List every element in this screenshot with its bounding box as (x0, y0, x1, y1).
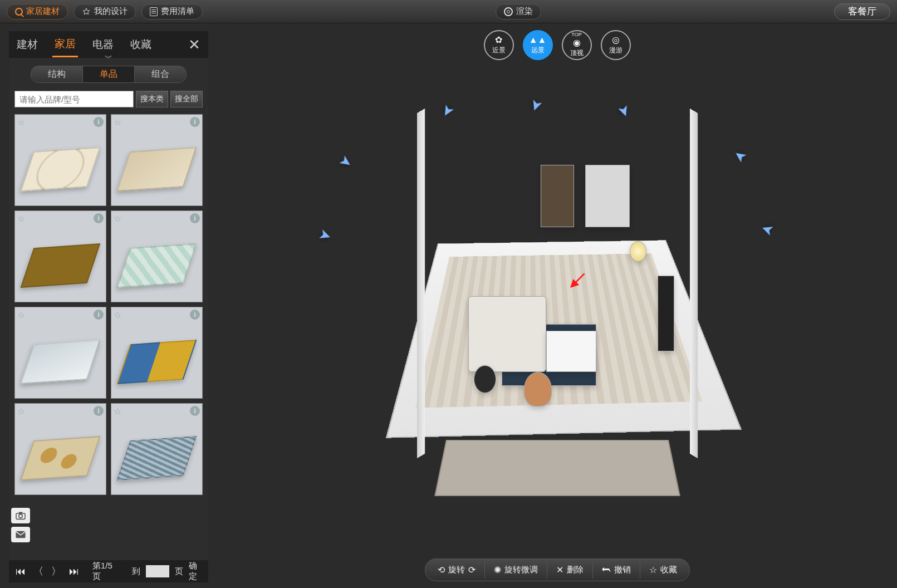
item-card[interactable]: ☆i (14, 307, 106, 399)
rotate-left-icon: ⟲ (438, 565, 445, 575)
item-card[interactable]: ☆i (111, 403, 203, 495)
view-far-label: 远景 (531, 46, 545, 55)
view-top[interactable]: TOP ◉ 顶视 (562, 30, 592, 60)
float-tools (11, 508, 30, 542)
person-icon: ◎ (612, 36, 620, 45)
rotate-fine-button[interactable]: ✺ 旋转微调 (484, 561, 547, 579)
render-icon (504, 7, 513, 16)
search-category-button[interactable]: 搜本类 (136, 91, 168, 107)
pager-next[interactable]: 〉 (50, 565, 62, 578)
pager-input[interactable] (146, 565, 169, 577)
item-card[interactable]: ☆i (14, 114, 106, 206)
info-icon[interactable]: i (190, 213, 200, 223)
star-icon[interactable]: ☆ (114, 117, 121, 128)
svg-point-1 (19, 514, 22, 518)
delete-button[interactable]: ✕ 删除 (547, 561, 592, 579)
undo-label: 撤销 (614, 565, 631, 575)
info-icon[interactable]: i (190, 406, 200, 416)
room-model (418, 144, 697, 489)
eye-icon: ◉ (573, 38, 581, 47)
pager-first[interactable]: ⏮ (14, 566, 27, 577)
search-input[interactable] (14, 91, 134, 107)
camera-arrow-icon: ➤ (437, 101, 458, 121)
top-toolbar: 家居建材 我的设计 费用清单 渲染 客餐厅 (0, 0, 897, 23)
item-card[interactable]: ☆i (14, 210, 106, 302)
favorite-label: 收藏 (660, 565, 677, 575)
undo-icon: ⮪ (602, 565, 611, 575)
view-mode-buttons: ✿ 近景 ▲▲ 远景 TOP ◉ 顶视 ◎ 漫游 (484, 30, 631, 60)
star-icon[interactable]: ☆ (114, 406, 121, 416)
svg-rect-2 (19, 512, 22, 514)
flower-icon: ✿ (495, 36, 502, 45)
star-icon[interactable]: ☆ (17, 213, 25, 224)
search-icon (15, 8, 23, 16)
undo-button[interactable]: ⮪ 撤销 (592, 561, 640, 579)
sidetab-building[interactable]: 建材 (14, 33, 40, 56)
star-icon[interactable]: ☆ (114, 310, 121, 320)
star-icon[interactable]: ☆ (17, 406, 25, 416)
tab-my-designs[interactable]: 我的设计 (73, 4, 136, 19)
view-far[interactable]: ▲▲ 远景 (523, 30, 553, 60)
close-icon: ✕ (556, 565, 563, 575)
viewport-3d[interactable]: ✿ 近景 ▲▲ 远景 TOP ◉ 顶视 ◎ 漫游 ➤ ➤ ➤ ➤ ➤ ➤ ➤ (217, 23, 897, 588)
gear-icon: ✺ (494, 565, 501, 575)
render-button[interactable]: 渲染 (496, 4, 541, 19)
sidebar: 建材 家居 电器 收藏 ✕ ︾ 结构 单品 组合 搜本类 搜全部 ☆i ☆i ☆… (9, 31, 208, 582)
pager-last[interactable]: ⏭ (68, 566, 80, 577)
bottom-toolbar: ⟲ 旋转 ⟳ ✺ 旋转微调 ✕ 删除 ⮪ 撤销 ☆ 收藏 (425, 558, 690, 581)
favorite-button[interactable]: ☆ 收藏 (640, 561, 686, 579)
rotate-right-icon: ⟳ (468, 565, 476, 575)
search-all-button[interactable]: 搜全部 (170, 91, 203, 107)
subtab-combo[interactable]: 组合 (134, 66, 186, 82)
item-card[interactable]: ☆i (111, 210, 203, 302)
render-label: 渲染 (516, 6, 533, 17)
info-icon[interactable]: i (94, 310, 104, 320)
info-icon[interactable]: i (190, 310, 200, 320)
info-icon[interactable]: i (94, 213, 104, 223)
search-row: 搜本类 搜全部 (9, 86, 208, 112)
top-text: TOP (571, 32, 581, 37)
pager-to: 到 (132, 566, 140, 577)
star-icon[interactable]: ☆ (114, 213, 121, 224)
pager-prev[interactable]: 〈 (32, 565, 45, 578)
tab-materials[interactable]: 家居建材 (7, 4, 68, 19)
rotate-label: 旋转 (448, 565, 465, 575)
star-icon: ☆ (649, 565, 657, 575)
view-top-label: 顶视 (570, 48, 584, 58)
rotate-fine-label: 旋转微调 (504, 565, 538, 575)
star-icon[interactable]: ☆ (17, 310, 25, 320)
item-card[interactable]: ☆i (111, 307, 203, 399)
tab-cost-list[interactable]: 费用清单 (141, 4, 203, 19)
mail-icon[interactable] (11, 527, 30, 542)
rug-thumbnail (116, 436, 197, 481)
sidetab-favorites[interactable]: 收藏 (128, 33, 154, 56)
info-icon[interactable]: i (94, 117, 104, 127)
camera-arrow-icon: ➤ (758, 219, 776, 240)
star-icon[interactable]: ☆ (17, 117, 25, 128)
info-icon[interactable]: i (190, 117, 200, 127)
camera-arrow-icon: ➤ (526, 97, 546, 114)
info-icon[interactable]: i (94, 406, 104, 416)
rug-thumbnail (116, 243, 197, 288)
item-grid-scroll[interactable]: ☆i ☆i ☆i ☆i ☆i ☆i ☆i ☆i (9, 112, 208, 560)
view-near[interactable]: ✿ 近景 (484, 30, 514, 60)
delete-label: 删除 (567, 565, 584, 575)
sidebar-close[interactable]: ✕ (186, 36, 203, 53)
room-selector-label: 客餐厅 (848, 6, 876, 17)
subtab-single[interactable]: 单品 (82, 66, 134, 82)
rotate-button[interactable]: ⟲ 旋转 ⟳ (429, 561, 484, 579)
rug-thumbnail (20, 436, 100, 481)
pager-go[interactable]: 确定 (189, 561, 203, 582)
item-card[interactable]: ☆i (14, 403, 106, 495)
item-card[interactable]: ☆i (111, 114, 203, 206)
star-icon (82, 7, 91, 16)
view-roam[interactable]: ◎ 漫游 (601, 30, 631, 60)
room-selector[interactable]: 客餐厅 (834, 3, 890, 20)
rug-thumbnail (20, 340, 100, 384)
subtab-structure[interactable]: 结构 (31, 66, 82, 82)
camera-arrow-icon: ➤ (336, 151, 356, 173)
tab-my-designs-label: 我的设计 (94, 6, 128, 17)
camera-icon[interactable] (11, 508, 30, 523)
sidetab-furniture[interactable]: 家居 (52, 32, 78, 57)
sidetab-appliance[interactable]: 电器 (90, 33, 116, 56)
